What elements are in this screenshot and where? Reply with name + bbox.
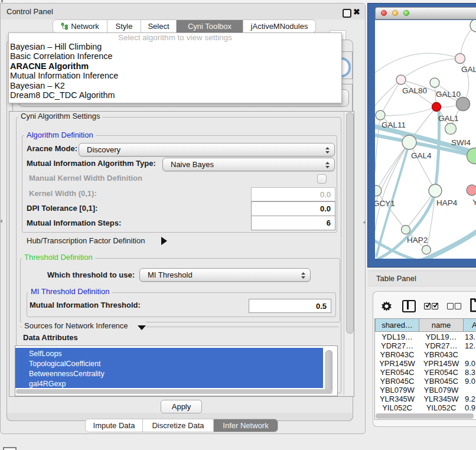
svg-text:GCY1: GCY1 [375,199,395,208]
svg-text:GAL11: GAL11 [382,120,406,129]
svg-text:YM: YM [472,198,476,207]
svg-text:HAP4: HAP4 [436,198,458,207]
svg-text:HAP2: HAP2 [407,236,428,244]
svg-text:GAL10: GAL10 [436,90,461,99]
svg-text:GAL4: GAL4 [411,151,432,160]
svg-text:SWI4: SWI4 [451,138,471,147]
svg-text:GAL7: GAL7 [461,65,476,74]
svg-text:GAL80: GAL80 [402,86,427,95]
svg-text:GAL1: GAL1 [438,114,459,123]
